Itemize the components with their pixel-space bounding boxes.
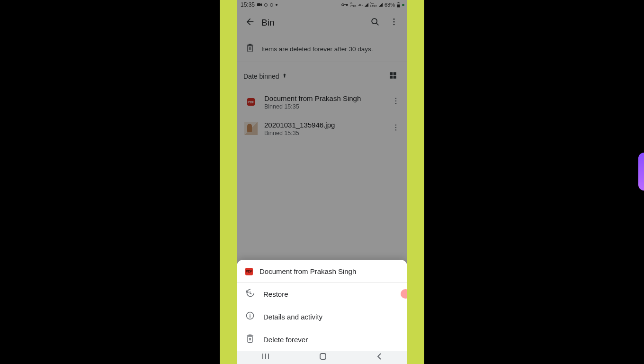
sheet-item-details[interactable]: Details and activity xyxy=(237,305,407,328)
sheet-item-label: Delete forever xyxy=(263,336,308,344)
file-more-button[interactable] xyxy=(387,92,404,111)
status-bar: 15:35 VoLTE1 4G VoLTE2 63% xyxy=(237,0,407,9)
svg-rect-0 xyxy=(257,3,260,6)
network-4g-label: 4G xyxy=(358,3,363,7)
search-button[interactable] xyxy=(366,13,385,32)
back-button[interactable] xyxy=(241,13,259,32)
sort-label-text: Date binned xyxy=(243,73,279,80)
svg-rect-18 xyxy=(394,76,396,79)
sheet-item-label: Restore xyxy=(263,290,288,298)
nav-home-button[interactable] xyxy=(319,353,327,362)
file-name: Document from Prakash Singh xyxy=(264,94,381,102)
svg-rect-4 xyxy=(347,4,348,6)
more-vert-icon xyxy=(389,17,399,28)
svg-point-24 xyxy=(395,129,396,130)
camera-indicator-icon xyxy=(257,3,262,7)
search-icon xyxy=(370,17,380,29)
touch-indicator xyxy=(401,289,407,299)
svg-point-19 xyxy=(395,98,396,99)
more-vert-icon xyxy=(392,97,400,107)
signal1-icon xyxy=(365,3,368,7)
svg-rect-31 xyxy=(320,354,326,359)
pdf-icon: PDF xyxy=(244,95,258,109)
network1-label: VoLTE1 xyxy=(350,2,357,8)
svg-point-11 xyxy=(394,21,395,23)
restore-icon xyxy=(245,288,255,300)
svg-point-23 xyxy=(395,127,396,128)
battery-icon xyxy=(397,2,400,8)
file-meta: Binned 15:35 xyxy=(264,130,381,136)
battery-label: 63% xyxy=(385,2,395,8)
svg-point-10 xyxy=(394,18,395,20)
svg-point-27 xyxy=(250,314,250,315)
signal2-icon xyxy=(379,3,383,7)
more-vert-icon xyxy=(392,123,400,134)
svg-point-21 xyxy=(395,103,396,104)
image-thumbnail xyxy=(244,122,258,135)
camera-active-dot xyxy=(402,4,404,6)
app-bar: Bin xyxy=(237,9,407,36)
sort-row: Date binned xyxy=(237,62,407,89)
svg-rect-6 xyxy=(397,4,400,7)
nav-back-button[interactable] xyxy=(376,353,383,362)
info-banner-text: Items are deleted forever after 30 days. xyxy=(261,46,373,53)
view-toggle-button[interactable] xyxy=(385,69,401,84)
home-icon xyxy=(319,354,327,362)
svg-rect-15 xyxy=(390,72,393,75)
file-list: PDF Document from Prakash Singh Binned 1… xyxy=(237,89,407,142)
vpn-icon xyxy=(341,3,348,7)
status-time: 15:35 xyxy=(241,1,255,8)
network2-label: VoLTE2 xyxy=(370,2,377,8)
svg-rect-7 xyxy=(398,2,399,3)
system-nav-bar xyxy=(237,351,407,364)
delete-forever-icon xyxy=(245,334,255,345)
info-banner: Items are deleted forever after 30 days. xyxy=(237,36,407,62)
arrow-up-icon xyxy=(281,73,288,81)
svg-point-1 xyxy=(342,4,344,6)
svg-point-22 xyxy=(395,125,396,126)
file-item[interactable]: PDF Document from Prakash Singh Binned 1… xyxy=(237,89,407,115)
sheet-title: Document from Prakash Singh xyxy=(259,267,356,275)
nav-recents-button[interactable] xyxy=(261,353,270,362)
sheet-item-restore[interactable]: Restore xyxy=(237,282,407,305)
status-dot-icon xyxy=(276,4,277,6)
status-indicator-icon xyxy=(264,3,268,7)
recents-icon xyxy=(261,354,270,362)
grid-view-icon xyxy=(389,71,397,82)
svg-point-12 xyxy=(394,24,395,25)
svg-rect-17 xyxy=(390,76,393,79)
page-title: Bin xyxy=(261,18,366,28)
bottom-sheet: PDF Document from Prakash Singh Restore … xyxy=(237,260,407,351)
svg-rect-2 xyxy=(344,4,348,5)
phone-screen: 15:35 VoLTE1 4G VoLTE2 63% xyxy=(237,0,407,364)
file-name: 20201031_135946.jpg xyxy=(264,121,381,129)
svg-point-8 xyxy=(372,18,377,24)
pdf-icon: PDF xyxy=(245,268,253,275)
svg-point-20 xyxy=(395,100,396,101)
info-icon xyxy=(245,311,255,322)
svg-rect-3 xyxy=(346,4,347,6)
trash-icon xyxy=(245,43,255,55)
status-indicator-icon xyxy=(270,3,273,7)
sheet-item-label: Details and activity xyxy=(263,313,322,321)
sort-button[interactable]: Date binned xyxy=(243,73,385,81)
file-item[interactable]: 20201031_135946.jpg Binned 15:35 xyxy=(237,115,407,142)
more-options-button[interactable] xyxy=(385,13,403,32)
sheet-header: PDF Document from Prakash Singh xyxy=(237,260,407,282)
chevron-left-icon xyxy=(376,354,383,362)
svg-line-9 xyxy=(376,23,378,25)
side-tab-overlay[interactable] xyxy=(638,153,644,191)
svg-rect-16 xyxy=(394,72,396,75)
sheet-item-delete-forever[interactable]: Delete forever xyxy=(237,328,407,351)
file-more-button[interactable] xyxy=(387,119,404,138)
file-meta: Binned 15:35 xyxy=(264,103,381,110)
arrow-back-icon xyxy=(245,17,255,29)
